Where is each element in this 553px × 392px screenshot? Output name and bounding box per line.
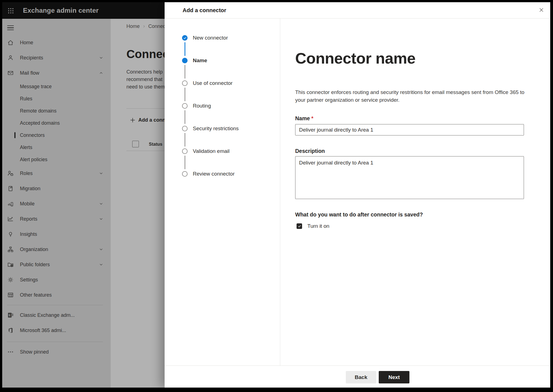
step-circle [182, 171, 188, 177]
required-marker: * [311, 115, 313, 121]
description-field-label: Description [295, 148, 325, 154]
turn-it-on-checkbox[interactable] [297, 223, 302, 229]
step-circle [182, 80, 188, 86]
step-circle [182, 148, 188, 154]
step-connector-line [185, 42, 185, 56]
step-connector-line [185, 88, 185, 101]
connector-description-textarea[interactable]: Deliver journal directly to Area 1 [295, 156, 524, 199]
close-button[interactable] [537, 6, 546, 14]
wizard-steps: New connector Name [165, 18, 280, 366]
step-connector-line [185, 156, 185, 169]
wizard-step-use-of-connector[interactable]: Use of connector [165, 80, 280, 103]
check-icon [298, 224, 301, 228]
next-button[interactable]: Next [379, 371, 409, 383]
wizard-step-validation-email[interactable]: Validation email [165, 148, 280, 171]
check-icon [183, 36, 187, 40]
step-connector-line [185, 133, 185, 147]
name-field-label: Name* [295, 115, 313, 122]
step-circle [182, 103, 188, 109]
dialog-body: New connector Name [165, 18, 550, 366]
turn-it-on-label: Turn it on [307, 223, 329, 229]
step-connector-line [185, 65, 185, 79]
wizard-step-routing[interactable]: Routing [165, 103, 280, 126]
step-content: Connector name This connector enforces r… [280, 18, 550, 366]
step-heading: Connector name [295, 49, 416, 67]
dialog-footer: Back Next [165, 365, 550, 388]
wizard-step-review-connector[interactable]: Review connector [165, 171, 280, 194]
wizard-step-name[interactable]: Name [165, 58, 280, 80]
back-button[interactable]: Back [346, 371, 376, 383]
wizard-step-security-restrictions[interactable]: Security restrictions [165, 126, 280, 148]
turn-it-on-row: Turn it on [297, 223, 329, 229]
dialog-header: Add a connector [165, 2, 550, 19]
wizard-step-new-connector[interactable]: New connector [165, 35, 280, 58]
step-description: This connector enforces routing and secu… [295, 88, 530, 104]
connector-name-input[interactable] [295, 124, 524, 135]
step-circle [182, 35, 188, 41]
dialog-title: Add a connector [183, 7, 226, 14]
step-circle [182, 58, 188, 63]
add-connector-dialog: Add a connector New connector [165, 2, 550, 388]
step-connector-line [185, 110, 185, 124]
exchange-admin-app: Exchange admin center Home Recipients [2, 2, 550, 388]
step-circle [182, 126, 188, 131]
close-icon [539, 7, 544, 13]
after-save-question: What do you want to do after connector i… [295, 211, 423, 218]
